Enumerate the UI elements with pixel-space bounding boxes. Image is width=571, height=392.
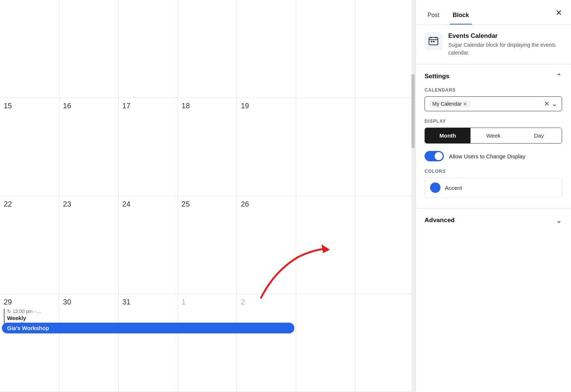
settings-header: Settings ⌃ — [425, 72, 562, 81]
cell-number: 18 — [182, 102, 233, 110]
display-month-button[interactable]: Month — [425, 128, 471, 143]
toggle-label: Allow Users to Change Display — [449, 153, 525, 159]
scrollbar[interactable] — [411, 0, 415, 392]
block-desc: Sugar Calendar block for displaying the … — [448, 41, 562, 57]
colors-label: COLORS — [425, 169, 562, 174]
cell-number: 31 — [122, 298, 174, 306]
tag-remove-button[interactable]: ✕ — [463, 101, 467, 107]
toggle-thumb — [435, 152, 443, 160]
calendar-cell: 17 — [119, 98, 178, 196]
calendar-cell — [296, 98, 356, 196]
display-label: DISPLAY — [425, 119, 562, 124]
cell-number: 30 — [63, 298, 115, 306]
tab-block[interactable]: Block — [450, 7, 472, 24]
cell-number: 2 — [241, 298, 292, 306]
calendar-cell: 16 — [59, 98, 119, 196]
calendar-cell — [296, 0, 356, 98]
svg-rect-2 — [430, 37, 431, 39]
cell-number: 26 — [241, 200, 292, 208]
calendar-cell: 25 — [178, 196, 237, 294]
accent-dot — [430, 182, 440, 193]
event-bar-container: Gia's Workshop — [2, 321, 294, 333]
calendar-cell — [59, 0, 119, 98]
block-info: Events Calendar Sugar Calendar block for… — [416, 25, 571, 65]
block-text: Events Calendar Sugar Calendar block for… — [448, 32, 562, 57]
collapse-icon[interactable]: ⌃ — [556, 72, 562, 81]
advanced-title: Advanced — [425, 217, 455, 224]
repeat-icon: ↻ — [7, 309, 11, 314]
calendar-cell: 30 — [59, 294, 119, 392]
accent-label: Accent — [445, 185, 462, 191]
settings-section: Settings ⌃ CALENDARS My Calendar ✕ ✕ ⌄ D… — [416, 65, 571, 208]
calendars-dropdown[interactable]: My Calendar ✕ ✕ ⌄ — [425, 96, 562, 111]
advanced-section[interactable]: Advanced ⌄ — [416, 208, 571, 232]
advanced-chevron-icon[interactable]: ⌄ — [556, 216, 562, 225]
calendar-cell — [119, 0, 178, 98]
colors-section: COLORS Accent — [425, 169, 562, 198]
calendar-area: 15 16 17 18 19 22 23 24 25 26 — [0, 0, 415, 392]
svg-rect-5 — [431, 41, 432, 42]
right-panel: Post Block ✕ Events Calendar Sugar Calen… — [415, 0, 571, 392]
calendar-cell: 24 — [119, 196, 178, 294]
display-section: DISPLAY Month Week Day — [425, 119, 562, 144]
block-title: Events Calendar — [448, 32, 562, 40]
allow-change-display-toggle[interactable] — [425, 151, 444, 161]
calendar-cell — [356, 294, 415, 392]
settings-title: Settings — [425, 73, 449, 80]
calendar-cell — [356, 98, 415, 196]
cell-number: 17 — [122, 102, 174, 110]
accent-color-picker[interactable]: Accent — [425, 178, 562, 198]
svg-rect-3 — [436, 37, 436, 39]
cell-number: 16 — [63, 102, 115, 110]
calendar-cell — [356, 196, 415, 294]
display-day-button[interactable]: Day — [516, 128, 562, 143]
dropdown-clear-button[interactable]: ✕ — [544, 100, 549, 108]
close-button[interactable]: ✕ — [555, 8, 562, 23]
cell-number: 24 — [122, 200, 174, 208]
calendar-cell: 26 — [237, 196, 296, 294]
calendar-tag: My Calendar ✕ — [429, 100, 470, 108]
calendar-cell — [237, 0, 296, 98]
event-bar[interactable]: Gia's Workshop — [2, 323, 294, 333]
cell-number: 23 — [63, 200, 115, 208]
dropdown-chevron-icon[interactable]: ⌄ — [552, 100, 557, 108]
display-buttons: Month Week Day — [425, 128, 562, 144]
calendar-tag-label: My Calendar — [432, 101, 462, 107]
block-icon — [425, 32, 442, 50]
display-week-button[interactable]: Week — [471, 128, 516, 143]
calendar-cell: 29 ↻ 12:00 pm - ... WeeklyStandup — [0, 294, 59, 392]
cell-number: 29 — [4, 298, 55, 306]
event-time: ↻ 12:00 pm - ... — [7, 309, 55, 314]
calendar-cell: 15 — [0, 98, 59, 196]
cell-number: 1 — [182, 298, 233, 306]
calendar-cell: 31 — [119, 294, 178, 392]
calendar-cell — [296, 294, 356, 392]
calendar-search-input[interactable] — [472, 101, 542, 107]
scrollbar-thumb[interactable] — [412, 74, 415, 148]
svg-rect-6 — [433, 41, 435, 42]
panel-header: Post Block ✕ — [416, 0, 571, 25]
calendar-cell — [178, 0, 237, 98]
calendar-cell: 2 — [237, 294, 296, 392]
cell-number: 19 — [241, 102, 292, 110]
calendar-cell — [296, 196, 356, 294]
calendar-cell: 1 — [178, 294, 237, 392]
cell-number: 25 — [182, 200, 233, 208]
toggle-row: Allow Users to Change Display — [425, 151, 562, 161]
calendar-cell — [0, 0, 59, 98]
tab-post[interactable]: Post — [425, 7, 442, 24]
calendar-cell: 22 — [0, 196, 59, 294]
calendar-cell: 23 — [59, 196, 119, 294]
cell-number: 22 — [4, 200, 55, 208]
calendars-label: CALENDARS — [425, 88, 562, 93]
calendar-cell: 18 — [178, 98, 237, 196]
calendar-cell — [356, 0, 415, 98]
cell-number: 15 — [4, 102, 55, 110]
calendar-cell: 19 — [237, 98, 296, 196]
